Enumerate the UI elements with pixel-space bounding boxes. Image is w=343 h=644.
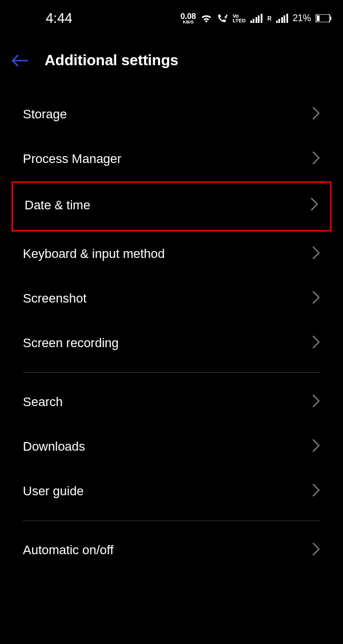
chevron-right-icon	[312, 439, 320, 454]
settings-item-screen-recording[interactable]: Screen recording	[0, 321, 343, 365]
chevron-right-icon	[312, 291, 320, 306]
battery-icon	[316, 14, 332, 22]
settings-item-label: Screenshot	[23, 291, 86, 306]
chevron-right-icon	[312, 543, 320, 558]
settings-item-search[interactable]: Search	[0, 380, 343, 424]
settings-item-label: Storage	[23, 107, 67, 122]
divider	[23, 520, 320, 521]
settings-item-automatic-on-off[interactable]: Automatic on/off	[0, 528, 343, 573]
settings-item-label: Screen recording	[23, 336, 119, 351]
settings-item-label: Downloads	[23, 439, 85, 454]
battery-percentage: 21%	[293, 13, 311, 23]
signal-icon-2	[276, 14, 288, 23]
settings-item-label: Process Manager	[23, 152, 121, 166]
settings-item-keyboard-input-method[interactable]: Keyboard & input method	[0, 232, 343, 276]
settings-item-user-guide[interactable]: User guide	[0, 469, 343, 514]
chevron-right-icon	[310, 198, 318, 213]
chevron-right-icon	[312, 484, 320, 499]
signal-icon-1	[250, 14, 262, 23]
settings-item-label: Automatic on/off	[23, 543, 114, 558]
chevron-right-icon	[312, 247, 320, 261]
settings-item-label: Date & time	[25, 198, 90, 213]
status-time: 4:44	[11, 10, 73, 26]
page-header: Additional settings	[0, 34, 343, 92]
divider	[23, 372, 320, 373]
settings-item-label: Search	[23, 395, 63, 410]
svg-rect-2	[330, 17, 332, 20]
status-icons: 0.08 KB/S Vo LTED R 21%	[181, 12, 332, 25]
back-button[interactable]	[11, 54, 29, 67]
wifi-calling-icon	[217, 14, 228, 23]
page-title: Additional settings	[45, 51, 178, 69]
chevron-right-icon	[312, 336, 320, 351]
settings-item-downloads[interactable]: Downloads	[0, 424, 343, 469]
svg-rect-1	[317, 15, 320, 21]
settings-item-label: Keyboard & input method	[23, 247, 165, 261]
chevron-right-icon	[312, 107, 320, 122]
chevron-right-icon	[312, 395, 320, 410]
settings-list: StorageProcess ManagerDate & timeKeyboar…	[0, 92, 343, 573]
status-bar: 4:44 0.08 KB/S Vo LTED R	[0, 0, 343, 34]
volte-icon: Vo LTED	[233, 14, 246, 23]
settings-item-storage[interactable]: Storage	[0, 92, 343, 137]
data-speed-icon: 0.08 KB/S	[181, 12, 196, 25]
settings-item-screenshot[interactable]: Screenshot	[0, 276, 343, 321]
roaming-icon: R	[268, 15, 272, 22]
chevron-right-icon	[312, 152, 320, 166]
settings-item-process-manager[interactable]: Process Manager	[0, 137, 343, 181]
wifi-icon	[201, 14, 212, 23]
settings-item-label: User guide	[23, 484, 83, 499]
settings-item-date-time[interactable]: Date & time	[11, 181, 332, 232]
